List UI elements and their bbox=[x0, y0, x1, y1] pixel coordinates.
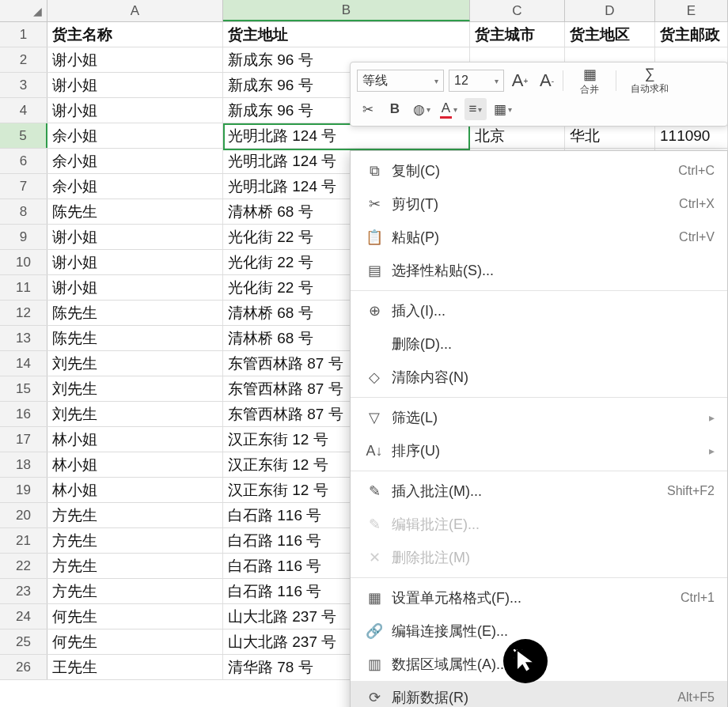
ctx-label: 剪切(T) bbox=[392, 195, 679, 214]
cell[interactable]: 谢小姐 bbox=[47, 275, 223, 300]
row-number[interactable]: 3 bbox=[0, 73, 47, 97]
ctx-delete[interactable]: · 删除(D)... bbox=[351, 327, 727, 361]
decrease-font-button[interactable]: A- bbox=[536, 70, 558, 92]
cell[interactable]: 北京 bbox=[470, 123, 565, 148]
cell[interactable]: 方先生 bbox=[47, 554, 223, 578]
row-number[interactable]: 13 bbox=[0, 326, 47, 350]
col-header-B[interactable]: B bbox=[223, 0, 470, 21]
cell[interactable]: 刘先生 bbox=[47, 351, 223, 376]
cell[interactable]: 方先生 bbox=[47, 503, 223, 527]
cell[interactable]: 谢小姐 bbox=[47, 250, 223, 274]
cell[interactable]: 陈先生 bbox=[47, 199, 223, 224]
row-number[interactable]: 20 bbox=[0, 503, 47, 527]
cell[interactable]: 谢小姐 bbox=[47, 47, 223, 72]
ctx-clear[interactable]: ◇ 清除内容(N) bbox=[351, 361, 727, 394]
row-number[interactable]: 6 bbox=[0, 149, 47, 173]
merge-cells-button[interactable]: ▦ 合并 bbox=[568, 66, 611, 96]
cell[interactable]: 余小姐 bbox=[47, 149, 223, 173]
col-header-E[interactable]: E bbox=[655, 0, 728, 21]
increase-font-button[interactable]: A+ bbox=[509, 70, 531, 92]
cell[interactable]: 谢小姐 bbox=[47, 98, 223, 123]
ctx-paste[interactable]: 📋 粘贴(P) Ctrl+V bbox=[351, 221, 727, 254]
cell[interactable]: 刘先生 bbox=[47, 376, 223, 401]
font-size-combo[interactable]: 12 ▾ bbox=[449, 70, 504, 92]
separator bbox=[351, 577, 727, 578]
cell[interactable]: 余小姐 bbox=[47, 123, 223, 148]
ctx-label: 刷新数据(R) bbox=[392, 688, 677, 707]
row-number[interactable]: 7 bbox=[0, 174, 47, 198]
cell[interactable]: 谢小姐 bbox=[47, 73, 223, 97]
ctx-format-cells[interactable]: ▦ 设置单元格格式(F)... Ctrl+1 bbox=[351, 581, 727, 614]
filter-icon: ▽ bbox=[363, 409, 385, 426]
row-number[interactable]: 16 bbox=[0, 402, 47, 426]
row-number[interactable]: 19 bbox=[0, 478, 47, 502]
cell[interactable]: 林小姐 bbox=[47, 427, 223, 452]
row-number[interactable]: 26 bbox=[0, 655, 47, 679]
select-all-corner[interactable]: ◢ bbox=[0, 0, 47, 21]
ctx-label: 设置单元格格式(F)... bbox=[392, 588, 681, 607]
ctx-copy[interactable]: ⧉ 复制(C) Ctrl+C bbox=[351, 154, 727, 187]
cell[interactable]: 华北 bbox=[565, 123, 655, 148]
row-number[interactable]: 4 bbox=[0, 98, 47, 123]
row-number[interactable]: 17 bbox=[0, 427, 47, 452]
ctx-label: 复制(C) bbox=[392, 161, 678, 180]
ctx-insert[interactable]: ⊕ 插入(I)... bbox=[351, 294, 727, 327]
row-number[interactable]: 1 bbox=[0, 22, 47, 47]
header-cell[interactable]: 货主邮政 bbox=[655, 22, 728, 47]
ctx-paste-special[interactable]: ▤ 选择性粘贴(S)... bbox=[351, 254, 727, 287]
font-family-combo[interactable]: 等线 ▾ bbox=[357, 70, 444, 92]
row-number[interactable]: 5 bbox=[0, 123, 47, 148]
cell[interactable]: 方先生 bbox=[47, 579, 223, 603]
align-button[interactable]: ≡▾ bbox=[464, 98, 487, 120]
autosum-button[interactable]: ∑ 自动求和 bbox=[621, 66, 678, 96]
cell[interactable]: 何先生 bbox=[47, 604, 223, 629]
cell[interactable]: 谢小姐 bbox=[47, 225, 223, 249]
borders-button[interactable]: ▦▾ bbox=[491, 98, 514, 120]
cell[interactable]: 林小姐 bbox=[47, 478, 223, 502]
cell[interactable]: 方先生 bbox=[47, 528, 223, 553]
ctx-edit-link[interactable]: 🔗 编辑连接属性(E)... bbox=[351, 614, 727, 648]
row-number[interactable]: 23 bbox=[0, 579, 47, 603]
cell[interactable]: 何先生 bbox=[47, 629, 223, 654]
row-number[interactable]: 22 bbox=[0, 554, 47, 578]
cell[interactable]: 刘先生 bbox=[47, 402, 223, 426]
row-number[interactable]: 8 bbox=[0, 199, 47, 224]
col-header-C[interactable]: C bbox=[470, 0, 565, 21]
cell[interactable]: 陈先生 bbox=[47, 326, 223, 350]
row-number[interactable]: 12 bbox=[0, 301, 47, 325]
ctx-cut[interactable]: ✂ 剪切(T) Ctrl+X bbox=[351, 187, 727, 221]
cell[interactable]: 王先生 bbox=[47, 655, 223, 679]
ctx-filter[interactable]: ▽ 筛选(L) ▸ bbox=[351, 401, 727, 434]
header-cell[interactable]: 货主地区 bbox=[565, 22, 655, 47]
row-number[interactable]: 9 bbox=[0, 225, 47, 249]
row-number[interactable]: 24 bbox=[0, 604, 47, 629]
row-number[interactable]: 21 bbox=[0, 528, 47, 553]
font-color-button[interactable]: A▾ bbox=[438, 98, 460, 120]
bold-button[interactable]: B bbox=[384, 98, 406, 120]
ctx-insert-comment[interactable]: ✎ 插入批注(M)... Shift+F2 bbox=[351, 474, 727, 508]
row-number[interactable]: 11 bbox=[0, 275, 47, 300]
fill-color-button[interactable]: ◍▾ bbox=[411, 98, 433, 120]
shortcut-text: Ctrl+C bbox=[678, 164, 715, 178]
shortcut-text: Ctrl+X bbox=[679, 197, 715, 211]
row-number[interactable]: 25 bbox=[0, 629, 47, 654]
cell[interactable]: 光明北路 124 号 bbox=[223, 123, 470, 148]
col-header-A[interactable]: A bbox=[47, 0, 223, 21]
cell[interactable]: 111090 bbox=[655, 123, 728, 148]
row-number[interactable]: 2 bbox=[0, 47, 47, 72]
ctx-refresh-data[interactable]: ⟳ 刷新数据(R) Alt+F5 bbox=[351, 681, 727, 707]
ctx-label: 插入批注(M)... bbox=[392, 482, 667, 501]
cell[interactable]: 余小姐 bbox=[47, 174, 223, 198]
row-number[interactable]: 10 bbox=[0, 250, 47, 274]
header-cell[interactable]: 货主名称 bbox=[47, 22, 223, 47]
cell[interactable]: 陈先生 bbox=[47, 301, 223, 325]
ctx-sort[interactable]: A↓ 排序(U) ▸ bbox=[351, 434, 727, 467]
col-header-D[interactable]: D bbox=[565, 0, 655, 21]
row-number[interactable]: 14 bbox=[0, 351, 47, 376]
format-painter-button[interactable]: ✂ bbox=[357, 98, 379, 120]
cell[interactable]: 林小姐 bbox=[47, 452, 223, 477]
header-cell[interactable]: 货主地址 bbox=[223, 22, 470, 47]
header-cell[interactable]: 货主城市 bbox=[470, 22, 565, 47]
row-number[interactable]: 15 bbox=[0, 376, 47, 401]
row-number[interactable]: 18 bbox=[0, 452, 47, 477]
